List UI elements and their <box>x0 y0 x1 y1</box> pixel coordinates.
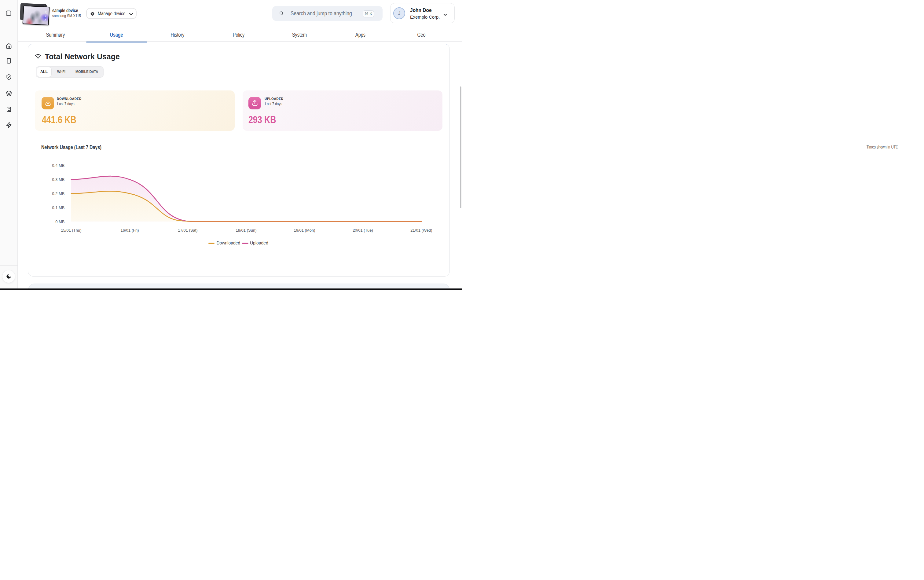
svg-text:0.2 MB: 0.2 MB <box>52 191 64 196</box>
svg-text:0.3 MB: 0.3 MB <box>52 177 64 182</box>
svg-text:15/01 (Thu): 15/01 (Thu) <box>61 228 81 232</box>
svg-text:0 MB: 0 MB <box>55 219 64 224</box>
svg-text:21/01 (Wed): 21/01 (Wed) <box>410 228 432 232</box>
svg-text:17/01 (Sat): 17/01 (Sat) <box>178 228 198 232</box>
svg-text:0.4 MB: 0.4 MB <box>52 163 64 168</box>
svg-text:0.1 MB: 0.1 MB <box>52 205 64 210</box>
svg-text:18/01 (Sun): 18/01 (Sun) <box>236 228 256 232</box>
svg-text:19/01 (Mon): 19/01 (Mon) <box>294 228 315 232</box>
svg-text:16/01 (Fri): 16/01 (Fri) <box>120 228 139 232</box>
svg-text:20/01 (Tue): 20/01 (Tue) <box>352 228 373 232</box>
